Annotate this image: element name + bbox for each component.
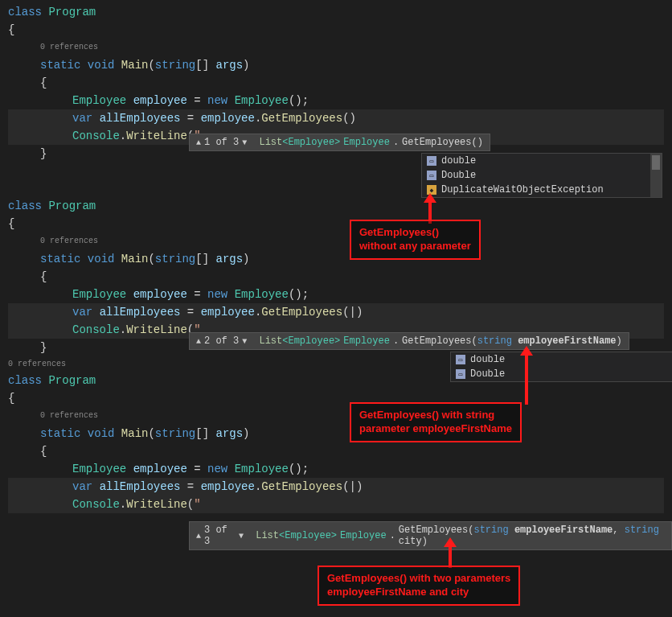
nav-down-icon[interactable]: ▼ <box>242 138 247 147</box>
overload-nav: 2 of 3 <box>204 335 239 347</box>
nav-down-icon[interactable]: ▼ <box>239 532 244 541</box>
intellisense-list-2[interactable]: ▭double ▭Double <box>450 352 672 382</box>
annotation-2: GetEmployees() with string parameter emp… <box>350 402 522 442</box>
annotation-1: GetEmployees() without any parameter <box>350 220 481 260</box>
method-class: Employee <box>343 137 390 148</box>
list-item[interactable]: ▭double <box>422 154 662 168</box>
method-name: GetEmployees(string employeeFirstName, s… <box>399 524 665 547</box>
return-type: List<Employee> <box>256 530 337 541</box>
code-block-3[interactable]: class Program { 0 references static void… <box>0 368 672 516</box>
nav-down-icon[interactable]: ▼ <box>242 337 247 346</box>
struct-icon: ▭ <box>456 355 465 364</box>
return-type: List<Employee> <box>259 137 340 148</box>
brace: { <box>8 215 664 232</box>
brace: { <box>8 268 664 286</box>
emp-decl: Employee employee = new Employee(); <box>8 92 664 109</box>
getemp-call: var allEmployees = employee.GetEmployees… <box>8 109 664 127</box>
nav-up-icon[interactable]: ▲ <box>196 337 201 346</box>
struct-icon: ▭ <box>427 171 436 180</box>
method-class: Employee <box>340 530 387 541</box>
class-decl: class Program <box>8 3 664 21</box>
scrollbar[interactable] <box>650 154 662 197</box>
class-icon: ◆ <box>427 185 436 195</box>
main-sig: static void Main(string[] args) <box>8 56 664 74</box>
emp-decl: Employee employee = new Employee(); <box>8 460 664 478</box>
method-name: GetEmployees() <box>402 137 483 148</box>
method-class: Employee <box>343 335 390 347</box>
class-decl: class Program <box>8 197 664 215</box>
struct-icon: ▭ <box>427 156 436 166</box>
intellisense-list-1[interactable]: ▭double ▭Double ◆DuplicateWaitObjectExce… <box>421 153 662 198</box>
list-item[interactable]: ◆DuplicateWaitObjectException <box>422 183 662 197</box>
param-info-tooltip-3: ▲ 3 of 3 ▼ List<Employee> Employee.GetEm… <box>189 521 672 550</box>
console-write: Console.WriteLine(" <box>8 496 664 513</box>
brace: { <box>8 21 664 39</box>
getemp-call: var allEmployees = employee.GetEmployees… <box>8 478 664 496</box>
scrollbar-thumb[interactable] <box>652 155 660 170</box>
brace: { <box>8 74 664 92</box>
return-type: List<Employee> <box>259 335 340 347</box>
overload-nav: 3 of 3 <box>204 524 236 547</box>
nav-up-icon[interactable]: ▲ <box>196 138 201 147</box>
brace: { <box>8 389 664 407</box>
param-info-tooltip-2: ▲ 2 of 3 ▼ List<Employee> Employee.GetEm… <box>189 332 629 350</box>
brace: { <box>8 442 664 460</box>
nav-up-icon[interactable]: ▲ <box>196 532 201 541</box>
list-item[interactable]: ▭Double <box>451 367 672 381</box>
main-sig: static void Main(string[] args) <box>8 250 664 268</box>
annotation-3: GetEmployees() with two parameters emplo… <box>318 566 520 606</box>
emp-decl: Employee employee = new Employee(); <box>8 286 664 303</box>
getemp-call: var allEmployees = employee.GetEmployees… <box>8 303 664 321</box>
main-sig: static void Main(string[] args) <box>8 425 664 442</box>
list-item[interactable]: ▭Double <box>422 168 662 183</box>
codelens[interactable]: 0 references <box>40 39 664 56</box>
struct-icon: ▭ <box>456 369 465 379</box>
list-item[interactable]: ▭double <box>451 352 672 367</box>
method-name: GetEmployees(string employeeFirstName) <box>402 335 622 347</box>
param-info-tooltip-1: ▲ 1 of 3 ▼ List<Employee> Employee.GetEm… <box>189 134 490 151</box>
overload-nav: 1 of 3 <box>204 137 239 148</box>
